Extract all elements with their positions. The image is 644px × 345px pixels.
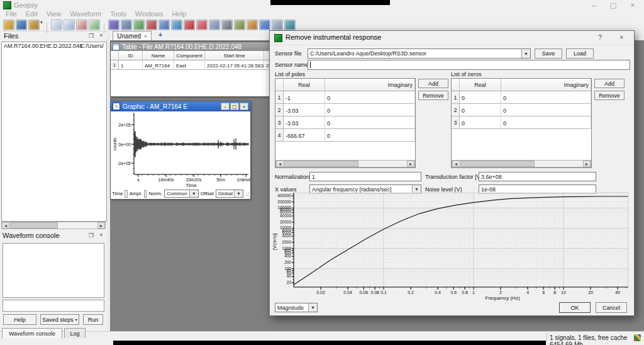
table-cell[interactable]: East bbox=[174, 60, 205, 70]
console-script-area[interactable] bbox=[3, 243, 104, 298]
table-cell[interactable]: 0 bbox=[325, 104, 415, 116]
row-header[interactable]: 2 bbox=[275, 104, 284, 116]
table-cell[interactable]: AM_R7164 bbox=[143, 60, 174, 70]
tab-waveform-console[interactable]: Waveform console bbox=[2, 328, 62, 338]
transduction-factor-input[interactable]: 3.6e+08 bbox=[479, 172, 596, 181]
scroll-right-icon[interactable]: ► bbox=[97, 222, 105, 229]
normalization-factor-input[interactable]: 1 bbox=[309, 172, 421, 181]
close-panel-icon[interactable]: × bbox=[97, 32, 106, 38]
new-table-icon[interactable] bbox=[51, 20, 62, 30]
chart-tool-icon[interactable] bbox=[272, 20, 283, 30]
load-button[interactable]: Load bbox=[566, 48, 594, 59]
spectrogram-tool-icon[interactable] bbox=[108, 20, 119, 30]
tab-unamed[interactable]: Unamed × bbox=[113, 31, 152, 40]
column-header[interactable]: Name bbox=[143, 51, 174, 60]
column-header[interactable]: Component bbox=[174, 51, 205, 60]
table-cell[interactable]: -3.03 bbox=[284, 116, 325, 129]
column-header[interactable]: Imaginary bbox=[325, 79, 415, 91]
menu-file[interactable]: File bbox=[6, 10, 17, 18]
map-tool-icon[interactable] bbox=[247, 20, 258, 30]
scroll-right-icon[interactable]: ► bbox=[407, 161, 414, 167]
maximize-button[interactable]: ▢ bbox=[604, 1, 623, 9]
norm-select[interactable]: Common ▼ bbox=[164, 189, 198, 198]
column-header[interactable]: Real bbox=[460, 79, 501, 91]
row-header[interactable]: 4 bbox=[275, 129, 284, 142]
tab-close-icon[interactable]: × bbox=[144, 33, 147, 39]
table-cell[interactable]: 0 bbox=[501, 104, 591, 116]
menu-waveform[interactable]: Waveform bbox=[70, 10, 101, 18]
table-tool-icon[interactable] bbox=[209, 20, 220, 30]
sensor-name-input[interactable] bbox=[308, 60, 630, 70]
column-header[interactable]: Imaginary bbox=[501, 79, 591, 91]
run-button[interactable]: Run bbox=[83, 314, 103, 325]
offset-select[interactable]: Global ▼ bbox=[216, 189, 243, 198]
column-header[interactable]: Real bbox=[284, 79, 325, 91]
table-hscrollbar[interactable]: ◄► bbox=[452, 160, 591, 167]
graphic-minimize-icon[interactable]: – bbox=[221, 103, 230, 110]
zeros-remove-button[interactable]: Remove bbox=[594, 91, 625, 100]
table-cell[interactable]: -1 bbox=[284, 91, 325, 104]
minimize-button[interactable]: – bbox=[584, 1, 603, 9]
row-header[interactable]: 3 bbox=[275, 116, 284, 129]
close-button[interactable]: × bbox=[623, 1, 642, 9]
zeros-add-button[interactable]: Add bbox=[594, 79, 625, 88]
save-icon[interactable] bbox=[16, 20, 27, 30]
menu-help[interactable]: Help bbox=[172, 10, 186, 18]
open-file-icon[interactable] bbox=[3, 20, 14, 30]
file-list-item[interactable]: AM.R7164.00.EHE.D.2022.048 C:/Users/ bbox=[2, 43, 105, 51]
ok-button[interactable]: OK bbox=[559, 302, 591, 313]
row-header[interactable]: 1 bbox=[111, 60, 119, 70]
row-header[interactable]: 2 bbox=[452, 104, 460, 116]
table-cell[interactable]: -666.67 bbox=[284, 129, 325, 142]
table-cell[interactable]: 0 bbox=[501, 116, 591, 129]
graphic-window-titlebar[interactable]: ∿ Graphic - AM_R7164 E – ▢ × bbox=[111, 101, 250, 111]
column-header[interactable]: ID bbox=[119, 51, 143, 60]
menu-tools[interactable]: Tools bbox=[110, 10, 126, 18]
row-header[interactable]: 1 bbox=[275, 91, 284, 104]
graphic-close-icon[interactable]: × bbox=[240, 103, 248, 110]
table-cell[interactable]: 0 bbox=[325, 91, 415, 104]
files-hscrollbar[interactable]: ◄ ► bbox=[1, 222, 106, 229]
column-header[interactable]: Start time bbox=[205, 51, 264, 60]
resize-grip-icon[interactable]: ◿ bbox=[245, 191, 249, 196]
filter-tool-icon[interactable] bbox=[284, 20, 296, 30]
dialog-titlebar[interactable]: Remove instrumental response ? × bbox=[270, 31, 634, 45]
tab-log[interactable]: Log bbox=[64, 328, 86, 338]
scroll-thumb[interactable] bbox=[460, 161, 535, 167]
help-button[interactable]: Help bbox=[3, 314, 36, 325]
table-cell[interactable]: 2022-02-17 05:41:28.563000 bbox=[205, 60, 264, 70]
close-panel-icon[interactable]: × bbox=[97, 232, 106, 238]
graphic-maximize-icon[interactable]: ▢ bbox=[230, 103, 239, 110]
console-command-input[interactable] bbox=[3, 300, 104, 312]
menu-edit[interactable]: Edit bbox=[26, 10, 38, 18]
float-panel-icon[interactable]: ❐ bbox=[87, 232, 96, 239]
import-icon[interactable] bbox=[28, 20, 40, 30]
poles-add-button[interactable]: Add bbox=[418, 79, 448, 88]
table-cell[interactable]: 0 bbox=[460, 91, 501, 104]
scroll-thumb[interactable] bbox=[284, 161, 358, 167]
array-tool-icon[interactable] bbox=[133, 20, 145, 30]
scroll-left-icon[interactable]: ◄ bbox=[452, 161, 460, 167]
cancel-button[interactable]: Cancel bbox=[596, 302, 627, 313]
chronogram-tool-icon[interactable] bbox=[158, 20, 170, 30]
row-header[interactable]: 3 bbox=[452, 116, 460, 129]
table-cell[interactable]: 0 bbox=[460, 104, 501, 116]
table-window-titlebar[interactable]: Table - File AM.R7164.00.EHE.D.2022.048 bbox=[111, 42, 272, 51]
add-group-button[interactable]: + bbox=[155, 31, 165, 40]
display-mode-select[interactable]: Magnitude ▼ bbox=[275, 303, 318, 312]
poles-remove-button[interactable]: Remove bbox=[418, 91, 448, 100]
scroll-left-icon[interactable]: ◄ bbox=[276, 161, 284, 167]
rotate-tool-icon[interactable] bbox=[184, 20, 195, 30]
sensor-file-combo[interactable]: C:/Users/Leandro Aque/Desktop/RS3D.senso… bbox=[308, 48, 531, 59]
jobs-tool-icon[interactable] bbox=[221, 20, 233, 30]
dialog-help-icon[interactable]: ? bbox=[598, 33, 602, 41]
files-scroll-thumb[interactable] bbox=[10, 222, 58, 229]
import-icon-dropdown-icon[interactable]: ▾ bbox=[40, 20, 43, 25]
scroll-right-icon[interactable]: ► bbox=[583, 161, 591, 167]
spac-tool-icon[interactable] bbox=[196, 20, 208, 30]
row-header[interactable]: 1 bbox=[452, 91, 460, 104]
time-scale-button[interactable] bbox=[125, 190, 127, 198]
table-hscrollbar[interactable]: ◄► bbox=[275, 160, 415, 167]
spectrum-tool-icon[interactable] bbox=[121, 20, 132, 30]
saved-steps-button[interactable]: Saved steps ▾ bbox=[40, 314, 79, 325]
